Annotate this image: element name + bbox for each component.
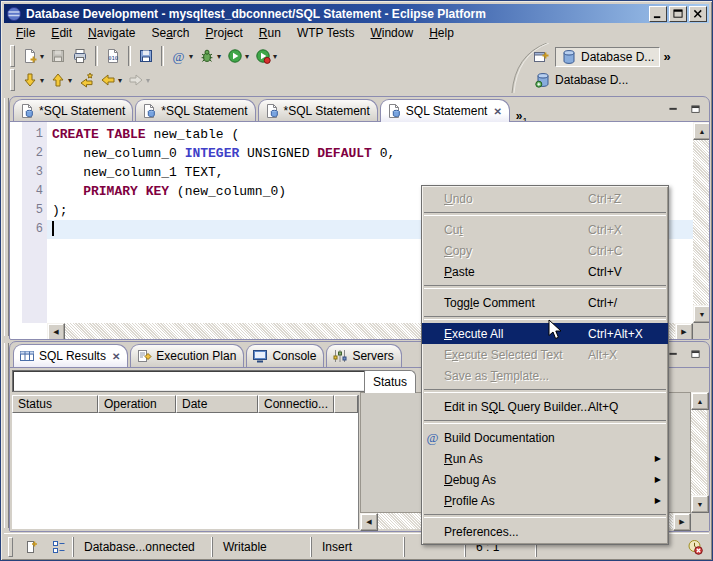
forward-button[interactable]: ▾ [125,68,153,92]
dropdown-arrow-icon[interactable]: ▾ [40,52,44,61]
menu-item-build-documentation[interactable]: @Build Documentation [422,427,668,448]
menu-run[interactable]: Run [251,24,289,42]
column-header-connectio[interactable]: Connectio... [258,395,334,413]
svg-text:@: @ [427,430,439,445]
toolbar-row-main: ▾010@▾▾▾▾ [4,44,544,68]
open-perspective-button[interactable] [530,45,552,69]
menu-item-label: Paste [444,265,475,279]
menu-item-execute-selected-text: Execute Selected TextAlt+X [422,344,668,365]
menu-file[interactable]: File [8,24,43,42]
scroll-track[interactable] [693,140,709,305]
menu-item-execute-all[interactable]: Execute AllCtrl+Alt+X [422,323,668,344]
back-button[interactable]: ▾ [97,68,125,92]
minimize-button[interactable] [649,6,667,22]
menu-window[interactable]: Window [362,24,421,42]
run-last-button[interactable]: ▾ [252,44,280,68]
tab-execution-plan[interactable]: Execution Plan [130,344,244,367]
menu-search[interactable]: Search [143,24,197,42]
close-tab-icon[interactable]: ✕ [493,106,501,117]
column-header-status[interactable]: Status [12,395,98,413]
tab-status[interactable]: Status [364,370,416,393]
tab-servers[interactable]: Servers [326,344,401,367]
code-line-2: new_column_0 INTEGER UNSIGNED DEFAULT 0, [47,144,693,163]
prev-annotation-button[interactable]: ▾ [47,68,75,92]
fast-view-button[interactable] [20,538,42,556]
perspective-database-d-0[interactable]: Database D... [555,47,660,67]
dropdown-arrow-icon[interactable]: ▾ [68,76,72,85]
scroll-down-icon[interactable]: ▼ [693,305,709,323]
editor-tab-1[interactable]: *SQL Statement [13,99,133,122]
scroll-right-icon[interactable]: ▶ [675,323,693,339]
close-button[interactable] [689,6,707,22]
dropdown-arrow-icon[interactable]: ▾ [273,52,277,61]
menu-item-run-as[interactable]: Run As▶ [422,448,668,469]
save-button[interactable] [47,44,69,68]
dropdown-arrow-icon[interactable]: ▾ [245,52,249,61]
editor-vertical-scrollbar[interactable]: ▲ ▼ [693,122,709,323]
perspective-overflow-chevron[interactable]: » [663,49,670,64]
dropdown-arrow-icon[interactable]: ▾ [146,76,150,85]
menu-item-label: Execute Selected Text [444,348,563,362]
editor-tabbar: *SQL Statement*SQL Statement*SQL Stateme… [10,97,709,121]
dropdown-arrow-icon[interactable]: ▾ [40,76,44,85]
scroll-right-icon[interactable]: ▶ [673,513,691,531]
dropdown-arrow-icon[interactable]: ▾ [189,52,193,61]
menu-item-edit-in-sql-query-builder[interactable]: Edit in SQL Query Builder...Alt+Q [422,396,668,417]
dropdown-arrow-icon[interactable]: ▾ [118,76,122,85]
column-header-date[interactable]: Date [176,395,258,413]
scroll-left-icon[interactable]: ◀ [47,323,65,339]
perspective-database-d-1[interactable]: Database D... [530,71,633,89]
menu-shortcut: Alt+X [588,348,617,362]
tab-console[interactable]: Console [246,344,324,367]
annotation-at-button[interactable]: @▾ [168,44,196,68]
scroll-left-icon[interactable]: ◀ [360,513,378,531]
binary-editor-icon: 010 [105,48,121,64]
tab-label: *SQL Statement [39,104,125,118]
statusbar-drag-handle[interactable] [8,537,13,557]
menu-help[interactable]: Help [421,24,462,42]
results-filter-input[interactable] [12,370,366,392]
progress-error-indicator[interactable] [687,539,703,558]
menu-wtp-tests[interactable]: WTP Tests [289,24,363,42]
new-wizard-button[interactable]: ▾ [19,44,47,68]
menu-project[interactable]: Project [197,24,250,42]
run-button[interactable]: ▾ [224,44,252,68]
detail-vertical-scrollbar[interactable]: ▲ ▼ [691,392,707,513]
scroll-up-icon[interactable]: ▲ [691,392,709,410]
menu-item-toggle-comment[interactable]: Toggle CommentCtrl+/ [422,292,668,313]
outline-button[interactable] [48,538,70,556]
close-tab-icon[interactable]: ✕ [112,351,120,362]
perspective-label: Database D... [555,73,628,87]
maximize-view-icon[interactable] [686,346,704,362]
next-annotation-button[interactable]: ▾ [19,68,47,92]
menu-item-debug-as[interactable]: Debug As▶ [422,469,668,490]
menu-item-profile-as[interactable]: Profile As▶ [422,490,668,511]
editor-tab-2[interactable]: *SQL Statement [135,99,255,122]
menu-navigate[interactable]: Navigate [80,24,143,42]
scroll-down-icon[interactable]: ▼ [691,495,709,513]
debug-button[interactable]: ▾ [196,44,224,68]
menu-shortcut: Ctrl+X [588,223,622,237]
scroll-track[interactable] [691,410,707,495]
print-button[interactable] [69,44,91,68]
binary-editor-button[interactable]: 010 [102,44,124,68]
menu-separator [424,514,666,518]
menu-item-paste[interactable]: PasteCtrl+V [422,261,668,282]
sql-editor-button[interactable] [135,44,157,68]
scroll-up-icon[interactable]: ▲ [693,122,709,140]
toolbar-drag-handle[interactable] [10,45,15,67]
column-header-operation[interactable]: Operation [98,395,176,413]
editor-tab-4[interactable]: SQL Statement✕ [380,99,510,122]
tab-sql-results[interactable]: SQL Results✕ [13,344,128,367]
maximize-button[interactable] [669,6,687,22]
dropdown-arrow-icon[interactable]: ▾ [217,52,221,61]
editor-tab-3[interactable]: *SQL Statement [258,99,378,122]
maximize-view-icon[interactable] [686,101,704,117]
minimize-view-icon[interactable] [664,101,682,117]
text-caret [52,221,54,236]
toolbar-drag-handle[interactable] [10,69,15,91]
menu-item-preferences[interactable]: Preferences... [422,521,668,542]
menu-edit[interactable]: Edit [43,24,80,42]
last-edit-location-button[interactable] [75,68,97,92]
tab-label: Servers [352,349,393,363]
